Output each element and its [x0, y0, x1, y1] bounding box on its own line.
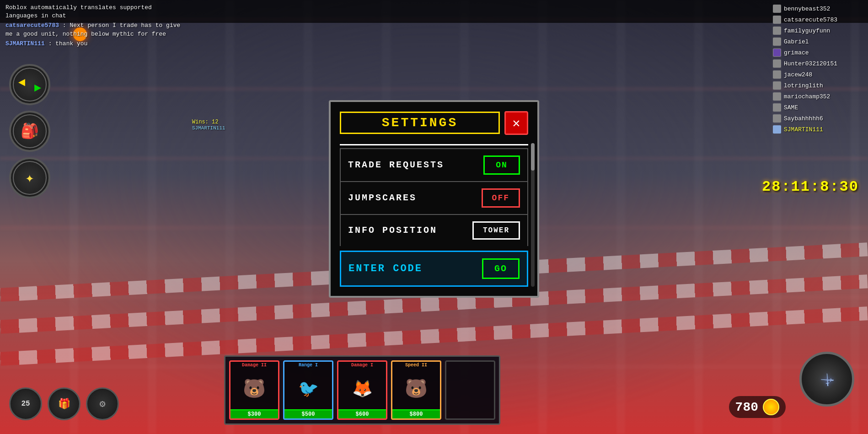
- trade-requests-label: TRADE REQUESTS: [348, 160, 444, 170]
- info-position-toggle[interactable]: TOWER: [472, 221, 520, 240]
- jumpscares-label: JUMPSCARES: [348, 193, 417, 203]
- settings-title-bar: SETTINGS ✕: [340, 111, 528, 135]
- jumpscares-row: JUMPSCARES OFF: [340, 181, 528, 214]
- scroll-track[interactable]: [531, 143, 535, 287]
- enter-code-row: ENTER CODE GO: [340, 251, 528, 287]
- jumpscares-toggle[interactable]: OFF: [482, 188, 520, 208]
- settings-modal: SETTINGS ✕ TRADE REQUESTS ON JUMPSCARES …: [329, 100, 539, 298]
- settings-title: SETTINGS: [340, 112, 500, 134]
- enter-code-label: ENTER CODE: [348, 263, 423, 274]
- go-button[interactable]: GO: [482, 258, 520, 279]
- info-position-label: INFO POSITION: [348, 225, 437, 236]
- close-button[interactable]: ✕: [504, 111, 528, 135]
- trade-requests-toggle[interactable]: ON: [483, 155, 520, 175]
- info-position-row: INFO POSITION TOWER: [340, 214, 528, 246]
- trade-requests-row: TRADE REQUESTS ON: [340, 148, 528, 181]
- divider: [340, 144, 528, 145]
- scroll-thumb[interactable]: [531, 143, 535, 171]
- modal-overlay: SETTINGS ✕ TRADE REQUESTS ON JUMPSCARES …: [0, 0, 868, 434]
